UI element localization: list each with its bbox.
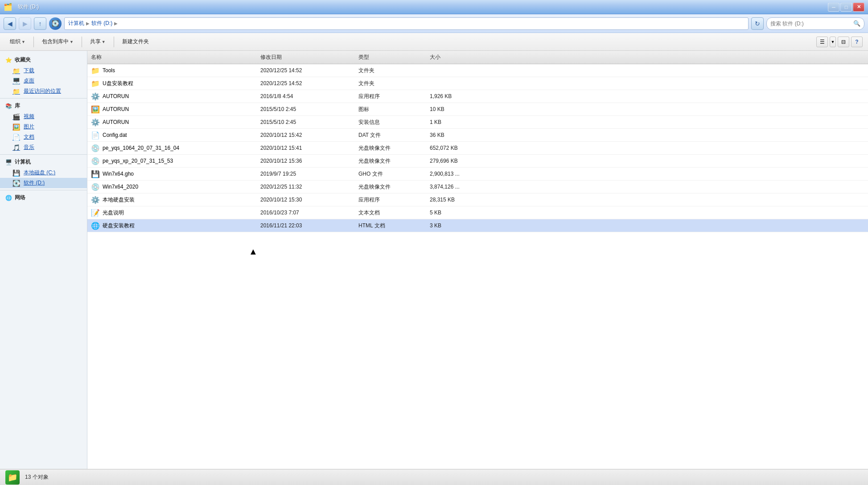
preview-pane-button[interactable]: ⊟ [838,37,849,47]
back-button[interactable]: ◀ [4,17,16,30]
refresh-button[interactable]: ↻ [751,17,764,30]
breadcrumb-sep2: ▶ [114,21,118,26]
file-type: 文件夹 [355,66,426,75]
file-type: GHO 文件 [355,169,426,179]
table-row[interactable]: 📁 U盘安装教程 2020/12/25 14:52 文件夹 [87,77,868,90]
table-row[interactable]: ⚙️ 本地硬盘安装 2020/10/12 15:30 应用程序 28,315 K… [87,193,868,206]
breadcrumb-drive[interactable]: 软件 (D:) [91,20,112,27]
sidebar-item-music[interactable]: 🎵 音乐 [0,142,87,152]
new-folder-button[interactable]: 新建文件夹 [118,36,153,48]
document-label: 文档 [24,133,34,141]
recent-label: 最近访问的位置 [24,87,61,95]
file-icon: 🖼️ [91,105,100,114]
maximize-button[interactable]: □ [840,3,852,12]
file-name: Tools [103,67,115,74]
file-icon: 💿 [91,156,100,165]
titlebar: 🗂️ 软件 (D:) ─ □ ✕ [0,0,868,14]
table-row[interactable]: 📁 Tools 2020/12/25 14:52 文件夹 [87,64,868,77]
help-button[interactable]: ? [851,37,863,47]
col-header-type[interactable]: 类型 [355,53,426,62]
new-folder-label: 新建文件夹 [122,38,149,45]
video-icon: 🎬 [12,113,20,120]
file-type: 光盘映像文件 [355,182,426,192]
up-button[interactable]: ↑ [34,17,46,30]
search-icon[interactable]: 🔍 [853,20,860,27]
minimize-button[interactable]: ─ [828,3,839,12]
search-bar: 🔍 [766,17,864,30]
sidebar-div3 [0,190,87,190]
toolbar-sep2 [82,37,82,47]
forward-button[interactable]: ▶ [19,17,31,30]
file-size: 652,072 KB [426,144,498,152]
sidebar-item-picture[interactable]: 🖼️ 图片 [0,122,87,132]
close-button[interactable]: ✕ [853,3,864,12]
file-name-cell: ⚙️ AUTORUN [87,117,257,127]
file-date: 2019/9/7 19:25 [257,170,355,178]
table-row[interactable]: 💾 Win7x64.gho 2019/9/7 19:25 GHO 文件 2,90… [87,168,868,181]
file-type: 安装信息 [355,118,426,127]
sidebar-item-c-drive[interactable]: 💾 本地磁盘 (C:) [0,168,87,178]
computer-header[interactable]: 🖥️ 计算机 [0,156,87,168]
file-size: 3,874,126 ... [426,183,498,191]
file-type: 光盘映像文件 [355,156,426,166]
file-icon: 🌐 [91,221,100,230]
search-input[interactable] [770,21,853,27]
download-label: 下载 [24,67,34,74]
library-header[interactable]: 📚 库 [0,100,87,111]
file-size [426,82,498,84]
table-row[interactable]: ⚙️ AUTORUN 2015/5/10 2:45 安装信息 1 KB [87,116,868,129]
sidebar-item-recent[interactable]: 📁 最近访问的位置 [0,86,87,96]
file-date: 2015/5/10 2:45 [257,118,355,126]
desktop-icon: 🖥️ [12,78,20,85]
file-icon: ⚙️ [91,118,100,127]
table-row[interactable]: 🌐 硬盘安装教程 2016/11/21 22:03 HTML 文档 3 KB [87,219,868,232]
file-size: 5 KB [426,209,498,217]
library-section: 📚 库 🎬 视频 🖼️ 图片 📄 文档 🎵 音乐 [0,100,87,152]
sidebar-item-desktop[interactable]: 🖥️ 桌面 [0,76,87,86]
table-row[interactable]: 💿 pe_yqs_xp_20_07_31_15_53 2020/10/12 15… [87,155,868,168]
sidebar-item-video[interactable]: 🎬 视频 [0,111,87,122]
file-name: 硬盘安装教程 [103,222,135,230]
file-date: 2020/10/12 15:30 [257,196,355,204]
table-row[interactable]: 💿 Win7x64_2020 2020/12/25 11:32 光盘映像文件 3… [87,181,868,193]
file-icon: ⚙️ [91,195,100,204]
file-name: Win7x64.gho [103,171,134,177]
table-row[interactable]: 📄 Config.dat 2020/10/12 15:42 DAT 文件 36 … [87,129,868,142]
col-header-name[interactable]: 名称 [87,53,257,62]
file-icon: ⚙️ [91,92,100,101]
share-button[interactable]: 共享 ▼ [86,36,110,48]
table-row[interactable]: 📝 光盘说明 2016/10/23 7:07 文本文档 5 KB [87,206,868,219]
share-arrow: ▼ [102,40,106,44]
file-type: 应用程序 [355,92,426,101]
view-arrow[interactable]: ▼ [830,37,836,47]
col-header-date[interactable]: 修改日期 [257,53,355,62]
file-name: AUTORUN [103,106,129,112]
file-date: 2020/10/12 15:41 [257,144,355,152]
col-header-size[interactable]: 大小 [426,53,498,62]
include-library-button[interactable]: 包含到库中 ▼ [37,36,78,48]
file-type: 图标 [355,105,426,114]
change-view-button[interactable]: ☰ [816,37,828,47]
network-header[interactable]: 🌐 网络 [0,192,87,203]
favorites-header[interactable]: ⭐ 收藏夹 [0,54,87,66]
main-layout: ⭐ 收藏夹 📁 下载 🖥️ 桌面 📁 最近访问的位置 [0,51,868,469]
file-size: 279,696 KB [426,157,498,165]
file-name: 光盘说明 [103,209,124,217]
sidebar-item-d-drive[interactable]: 💽 软件 (D:) [0,178,87,188]
file-date: 2015/5/10 2:45 [257,105,355,113]
view-controls: ☰ ▼ ⊟ ? [816,37,863,47]
favorites-label: 收藏夹 [15,56,31,64]
breadcrumb-computer[interactable]: 计算机 [68,20,84,27]
d-drive-label: 软件 (D:) [24,179,45,187]
table-row[interactable]: 🖼️ AUTORUN 2015/5/10 2:45 图标 10 KB [87,103,868,116]
breadcrumb[interactable]: 计算机 ▶ 软件 (D:) ▶ [64,17,749,30]
table-row[interactable]: 💿 pe_yqs_1064_20_07_31_16_04 2020/10/12 … [87,142,868,155]
sidebar-item-download[interactable]: 📁 下载 [0,66,87,76]
table-row[interactable]: ⚙️ AUTORUN 2016/1/8 4:54 应用程序 1,926 KB [87,90,868,103]
drive-icon: 💽 [49,17,62,30]
file-name: Config.dat [103,132,127,138]
favorites-section: ⭐ 收藏夹 📁 下载 🖥️ 桌面 📁 最近访问的位置 [0,54,87,96]
statusbar: 📁 13 个对象 [0,469,868,485]
sidebar-item-document[interactable]: 📄 文档 [0,132,87,142]
organize-button[interactable]: 组织 ▼ [5,36,30,48]
